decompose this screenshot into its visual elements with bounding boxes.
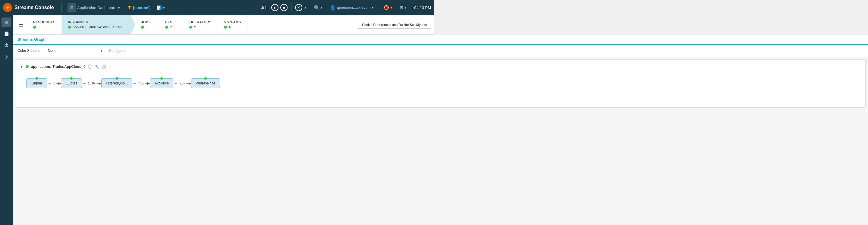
nav-divider-5 <box>377 3 377 12</box>
instances-label: INSTANCES <box>68 20 126 24</box>
jobs-count: 1 <box>146 25 148 29</box>
info-icon[interactable]: i <box>88 64 92 69</box>
help-chevron: ▾ <box>391 6 392 9</box>
stat-streams[interactable]: STREAMS 4 <box>218 15 247 34</box>
stat-pes[interactable]: PES 2 <box>159 15 183 34</box>
filteredquo-label: FilteredQuo... <box>106 81 128 85</box>
streams-graph-header[interactable]: Streams Graph <box>13 35 434 45</box>
signal-dot <box>36 77 38 80</box>
sidebar-item-target[interactable]: ◎ <box>1 52 11 61</box>
close-circle-btn[interactable]: ✕ <box>295 4 302 11</box>
operators-status-dot <box>189 26 192 29</box>
user-chevron: ▾ <box>372 6 373 9</box>
cookie-btn[interactable]: Cookie Preferences and Do Not Sell My In… <box>358 21 431 29</box>
flow-node-signal[interactable]: Signal <box>26 78 47 88</box>
app-status-dot <box>26 65 29 68</box>
settings-chevron: ▾ <box>405 6 406 9</box>
jobs-status-dot <box>141 26 144 29</box>
play-button[interactable]: ▶ <box>271 4 278 11</box>
stat-resources[interactable]: RESOURCES 1 <box>27 15 62 34</box>
filteredquo-dot <box>116 77 118 80</box>
quotes-dot <box>70 77 73 80</box>
flow-node-quotes[interactable]: Quotes <box>61 78 82 88</box>
avgprice-label: AvgPrice <box>154 81 169 85</box>
search-chevron: ▾ <box>321 6 322 9</box>
resources-label: RESOURCES <box>33 20 56 24</box>
chart-btn[interactable]: 📊 ▾ <box>154 4 167 11</box>
sidebar-item-home[interactable]: ⊞ <box>1 18 11 27</box>
nav-divider-3 <box>310 3 310 12</box>
color-scheme-label: Color Scheme: <box>18 49 41 53</box>
app-dashboard-label: Application Dashboard <box>77 5 117 10</box>
color-scheme-select-wrapper[interactable]: None <box>45 47 105 54</box>
navbar: ⚡ Streams Console 🖥 Application Dashboar… <box>0 0 434 15</box>
flow-node-filteredquo[interactable]: FilteredQuo... <box>101 78 132 88</box>
avgprice-dot <box>160 77 163 80</box>
app-dashboard-btn[interactable]: 🖥 Application Dashboard ▾ <box>65 2 122 13</box>
collapse-arrow[interactable]: ▼ <box>20 65 23 68</box>
stats-bar: ☰ RESOURCES 1 INSTANCES 5b599171-ae67-43… <box>0 15 434 35</box>
hamburger-menu[interactable]: ☰ <box>15 15 27 34</box>
jobs-label: Jobs <box>261 5 270 10</box>
streams-status-dot <box>224 26 227 29</box>
filter-icon: ▼ <box>127 5 132 10</box>
wrench-icon[interactable]: 🔧 <box>95 64 99 69</box>
sidebar-item-document[interactable]: 📄 <box>1 29 11 38</box>
edge-label-3: 7.8k <box>137 82 145 85</box>
flow-arrow-1: ─ 1 ─▶ <box>47 81 61 85</box>
hamburger-icon: ☰ <box>19 21 24 28</box>
help-icon: 🛟 <box>383 5 390 10</box>
flow-node-avgprice[interactable]: AvgPrice <box>150 78 173 88</box>
quotes-label: Quotes <box>66 81 78 85</box>
instances-status-dot <box>68 26 71 29</box>
jobs-value: 1 <box>141 25 153 29</box>
edge-label-4: 1.5k <box>178 82 186 85</box>
operators-value: 5 <box>189 25 211 29</box>
flow-node-printavprice[interactable]: PrintAvPrice <box>191 78 220 88</box>
sidebar-item-power[interactable]: ⏻ <box>1 40 11 50</box>
user-icon: 👤 <box>330 5 336 10</box>
window-icon[interactable]: ⬜ <box>101 64 106 69</box>
logo-icon: ⚡ <box>3 3 12 12</box>
help-btn[interactable]: 🛟 ▾ <box>381 4 395 12</box>
settings-btn[interactable]: ⚙ ▾ <box>397 4 409 12</box>
stat-operators[interactable]: OPERATORS 5 <box>183 15 218 34</box>
filter-label: [custom] <box>133 5 150 10</box>
configure-link[interactable]: Configure <box>109 49 124 53</box>
nav-divider-4 <box>326 3 326 12</box>
flow-arrow-4: ─ 1.5k ─▶ <box>173 81 191 85</box>
signal-label: Signal <box>32 81 41 85</box>
sidebar: ⊞ 📄 ⏻ ◎ <box>0 15 13 113</box>
color-scheme-bar: Color Scheme: None Configure <box>13 45 434 57</box>
stat-instances[interactable]: INSTANCES 5b599171-ae67-43ea-93d6-e5 ... <box>62 15 135 34</box>
flow-diagram: Signal ─ 1 ─▶ Quotes ─ 10.0k ─▶ Filtered… <box>20 74 434 93</box>
dashboard-icon: 🖥 <box>67 3 76 12</box>
resources-status-dot <box>33 26 36 29</box>
instances-value: 5b599171-ae67-43ea-93d6-e5 ... <box>68 25 126 29</box>
pes-value: 2 <box>165 25 177 29</box>
close-icon[interactable]: ✕ <box>108 64 112 69</box>
printavprice-dot <box>204 77 207 80</box>
main-content: Streams Graph Color Scheme: None Configu… <box>13 35 434 113</box>
flow-arrow-2: ─ 10.0k ─▶ <box>82 81 101 85</box>
color-scheme-select[interactable]: None <box>45 47 105 54</box>
jobs-section: Jobs ▶ ■ <box>261 4 287 11</box>
nav-divider-2 <box>291 3 291 12</box>
stop-button[interactable]: ■ <box>280 4 287 11</box>
pes-count: 2 <box>170 25 172 29</box>
streams-label: STREAMS <box>224 20 241 24</box>
user-email: queeniem....ibm.com <box>337 5 370 10</box>
stat-jobs[interactable]: JOBS 1 <box>135 15 159 34</box>
graph-title-bar: ▼ application::TradesAppCloud_0 i 🔧 ⬜ ✕ <box>20 64 434 69</box>
app-name: application::TradesAppCloud_0 <box>31 64 86 69</box>
user-btn[interactable]: 👤 queeniem....ibm.com ▾ <box>330 5 373 10</box>
streams-value: 4 <box>224 25 241 29</box>
filter-btn[interactable]: ▼ [custom] <box>125 4 152 11</box>
close-chevron: ▾ <box>305 6 306 9</box>
app-title: Streams Console <box>14 5 54 10</box>
search-icon: 🔍 <box>314 5 320 10</box>
app-logo[interactable]: ⚡ Streams Console <box>3 3 58 12</box>
resources-value: 1 <box>33 25 56 29</box>
search-btn[interactable]: 🔍 ▾ <box>314 5 322 10</box>
flow-arrow-3: ─ 7.8k ─▶ <box>132 81 150 85</box>
